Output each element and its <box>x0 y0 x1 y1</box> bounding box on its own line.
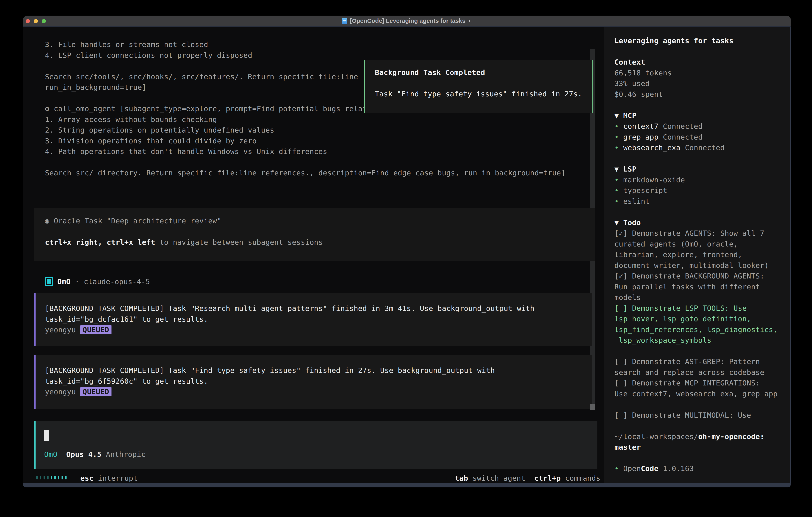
message-background-task-2: [BACKGROUND TASK COMPLETED] Task "Find t… <box>34 355 592 409</box>
prompt-input[interactable]: OmO Opus 4.5 Anthropic <box>34 421 598 469</box>
text-segment: lsp_find_references, lsp_diagnostics, <box>614 325 778 334</box>
text-segment: Connected <box>685 143 725 152</box>
text-line: Background Task Completed <box>375 67 582 78</box>
background-task-toast: Background Task CompletedTask "Find type… <box>364 60 593 113</box>
text-segment: run_in_background=true] <box>45 83 146 91</box>
text-line <box>614 153 778 164</box>
text-segment: ◉ Oracle Task "Deep architecture review" <box>45 217 222 225</box>
text-line: [BACKGROUND TASK COMPLETED] Task "Find t… <box>45 365 495 376</box>
text-line: Run parallel tasks with different <box>614 281 778 292</box>
text-segment: [✓] Demonstrate AGENTS: Show all 7 <box>614 229 764 237</box>
text-line <box>45 226 323 237</box>
text-segment: Open <box>623 464 641 472</box>
text-segment: 1.0.163 <box>659 464 694 472</box>
text-segment: ~/local-workspaces/ <box>614 432 698 441</box>
text-line: task_id="bg_dcfac161" to get results. <box>45 314 534 325</box>
status-badge: QUEUED <box>80 325 112 334</box>
text-segment: 4. LSP client connections not properly d… <box>45 51 252 59</box>
text-segment: OmO <box>44 450 57 458</box>
text-segment: oh-my-opencode: <box>698 432 764 441</box>
text-segment: Task "Find type safety issues" finished … <box>375 90 582 98</box>
text-segment: • <box>614 143 623 152</box>
text-line <box>614 399 778 410</box>
text-line: 3. Division operations that could divide… <box>45 136 587 146</box>
text-segment: Opus 4.5 <box>66 450 102 458</box>
titlebar: [OpenCode] Leveraging agents for tasks ◐ <box>23 16 791 27</box>
text-segment: 33% used <box>614 79 650 87</box>
text-segment: librarian, explore, frontend, <box>614 250 742 259</box>
text-segment: yeongyu <box>45 326 80 334</box>
terminal-content: 3. File handles or streams not closed4. … <box>23 27 791 483</box>
model-indicator: OmO Opus 4.5 Anthropic <box>44 449 146 460</box>
minimize-button[interactable] <box>34 19 38 23</box>
text-segment: websearch_exa <box>623 143 685 152</box>
message-text: [BACKGROUND TASK COMPLETED] Task "Find t… <box>45 365 495 397</box>
text-segment: switch agent <box>468 474 525 482</box>
text-segment: 66,518 tokens <box>614 69 672 77</box>
text-segment: · claude-opus-4-5 <box>70 277 150 286</box>
text-segment: esc <box>80 474 93 482</box>
text-segment: Context <box>614 58 645 66</box>
terminal-window: [OpenCode] Leveraging agents for tasks ◐… <box>23 16 791 487</box>
text-line: 4. LSP client connections not properly d… <box>45 50 587 61</box>
text-line: master <box>614 442 778 453</box>
session-indicator-icon: ◐ <box>468 18 472 24</box>
text-segment: $0.46 spent <box>614 90 663 98</box>
text-line <box>614 420 778 431</box>
text-line: librarian, explore, frontend, <box>614 249 778 260</box>
text-segment: document-writer, multimodal-looker) <box>614 261 769 270</box>
toast-text: Background Task CompletedTask "Find type… <box>375 67 582 99</box>
text-segment <box>525 474 534 482</box>
text-line: ◉ Oracle Task "Deep architecture review" <box>45 216 323 226</box>
text-segment: ctrl+x right, ctrl+x left <box>45 238 155 246</box>
text-segment: Leveraging agents for tasks <box>614 36 733 45</box>
text-line: • grep_app Connected <box>614 132 778 142</box>
document-icon <box>342 18 347 24</box>
shortcut-hints: tab switch agent ctrl+p commands <box>455 473 601 484</box>
text-line: 1. Array access without bounds checking <box>45 114 587 125</box>
text-segment: interrupt <box>93 474 138 482</box>
text-line: ▼ Todo <box>614 217 778 228</box>
agent-header-label: OmO · claude-opus-4-5 <box>57 276 150 287</box>
text-segment: Search src/ directory. Return specific f… <box>45 169 566 177</box>
text-line: [ ] Demonstrate MCP INTEGRATIONS: <box>614 378 778 388</box>
window-bottom-edge <box>23 483 791 487</box>
text-line <box>614 207 778 217</box>
text-line: • context7 Connected <box>614 121 778 132</box>
chat-scrollbar-thumb[interactable] <box>590 404 594 410</box>
text-segment: [ ] Demonstrate MCP INTEGRATIONS: <box>614 379 760 387</box>
window-title-area: [OpenCode] Leveraging agents for tasks ◐ <box>23 16 791 26</box>
zoom-button[interactable] <box>42 19 46 23</box>
text-line: • typescript <box>614 185 778 196</box>
text-segment: task_id="bg_dcfac161" to get results. <box>45 315 208 323</box>
text-line: search and replace across codebase <box>614 367 778 378</box>
text-line <box>45 157 587 168</box>
text-line: curated agents (OmO, oracle, <box>614 239 778 249</box>
text-line: document-writer, multimodal-looker) <box>614 260 778 271</box>
text-line: [ ] Demonstrate MULTIMODAL: Use <box>614 410 778 420</box>
text-segment: Code <box>641 464 658 472</box>
text-line <box>614 100 778 110</box>
text-segment: models <box>614 293 641 301</box>
text-line: • websearch_exa Connected <box>614 142 778 153</box>
text-segment: 4. Path operations that don't handle Win… <box>45 147 327 156</box>
close-button[interactable] <box>26 19 30 23</box>
shortcut-interrupt: esc interrupt <box>80 473 138 484</box>
text-line: Leveraging agents for tasks <box>614 35 778 46</box>
text-segment: 3. Division operations that could divide… <box>45 137 257 145</box>
text-segment: [BACKGROUND TASK COMPLETED] Task "Find t… <box>45 366 495 375</box>
text-segment: • <box>614 186 623 194</box>
text-segment: lsp_hover, lsp_goto_definition, <box>614 315 751 323</box>
sidebar-lines: Leveraging agents for tasksContext66,518… <box>614 35 778 474</box>
text-line: 3. File handles or streams not closed <box>45 39 587 50</box>
status-bar: esc interrupt tab switch agent ctrl+p co… <box>23 473 604 484</box>
text-line <box>375 78 582 89</box>
text-line: yeongyu QUEUED <box>45 386 495 397</box>
text-line: Task "Find type safety issues" finished … <box>375 88 582 99</box>
text-line: models <box>614 292 778 303</box>
text-segment: grep_app <box>623 133 663 141</box>
text-segment: 2. String operations on potentially unde… <box>45 126 274 134</box>
text-segment: master <box>614 443 641 451</box>
text-segment: [ ] Demonstrate AST-GREP: Pattern <box>614 357 760 366</box>
text-segment: • <box>614 197 623 205</box>
